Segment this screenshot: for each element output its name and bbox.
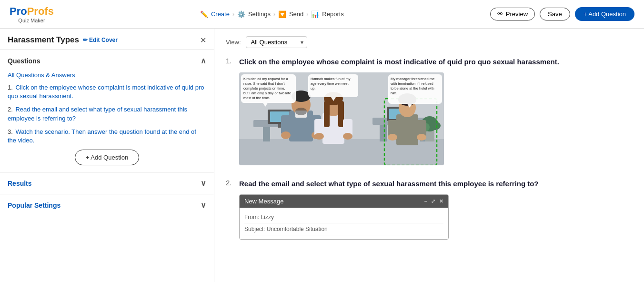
view-select[interactable]: All Questions Questions Only Answers Onl… <box>246 36 307 48</box>
nav-reports[interactable]: Reports <box>322 10 344 18</box>
chevron-up-icon: ∧ <box>201 56 206 65</box>
close-sidebar-button[interactable]: ✕ <box>200 36 206 45</box>
question-1-block: 1. Click on the employee whose complaint… <box>226 57 633 165</box>
popular-settings-accordion-header[interactable]: Popular Settings ∨ <box>0 194 214 216</box>
sidebar: Harassment Types ✏ Edit Cover ✕ Question… <box>0 29 214 282</box>
question-2-text: Read the email and select what type of s… <box>239 179 539 189</box>
email-subject: Subject: Uncomfortable Situation <box>244 223 443 235</box>
nav-create[interactable]: Create <box>211 10 230 18</box>
chevron-down-icon: ∨ <box>201 179 206 188</box>
question-list: 1. Click on the employee whose complaint… <box>8 83 206 145</box>
email-header: New Message − ⤢ ✕ <box>240 195 448 208</box>
view-label: View: <box>226 39 241 46</box>
eye-icon: 👁 <box>497 10 503 18</box>
svg-text:to be alone at the hotel with: to be alone at the hotel with <box>391 86 434 91</box>
svg-rect-37 <box>324 101 330 127</box>
list-item[interactable]: 2. Read the email and select what type o… <box>8 105 206 122</box>
svg-text:complete projects on time,: complete projects on time, <box>243 86 285 91</box>
svg-text:most of the time.: most of the time. <box>243 96 270 100</box>
svg-text:My manager threatened me: My manager threatened me <box>391 77 434 81</box>
svg-point-26 <box>295 108 307 115</box>
svg-rect-3 <box>263 127 270 141</box>
svg-point-24 <box>281 131 291 139</box>
svg-text:him.: him. <box>391 91 397 95</box>
svg-rect-9 <box>380 125 387 141</box>
scene-svg: Kim denied my request for a raise. She s… <box>239 72 444 165</box>
nav-icon-settings: ⚙️ <box>237 10 245 18</box>
svg-rect-7 <box>278 124 281 128</box>
edit-cover-button[interactable]: ✏ Edit Cover <box>83 37 118 43</box>
view-bar: View: All Questions Questions Only Answe… <box>226 36 633 48</box>
nav-settings[interactable]: Settings <box>248 10 271 18</box>
maximize-icon[interactable]: ⤢ <box>431 198 435 204</box>
logo-profs: Profs <box>27 5 54 17</box>
svg-rect-49 <box>396 114 418 145</box>
pencil-icon: ✏ <box>83 37 88 43</box>
svg-point-41 <box>314 133 324 140</box>
chevron-down-icon-2: ∨ <box>201 201 206 210</box>
preview-button[interactable]: 👁 Preview <box>490 8 535 20</box>
question-1-text: Click on the employee whose complaint is… <box>239 57 559 67</box>
question-2-header: 2. Read the email and select what type o… <box>226 179 633 189</box>
close-email-icon[interactable]: ✕ <box>439 198 443 204</box>
sidebar-title: Harassment Types ✏ Edit Cover <box>8 35 118 45</box>
svg-text:with termination if I refused: with termination if I refused <box>390 81 433 86</box>
svg-text:Kim denied my request for a: Kim denied my request for a <box>243 77 289 81</box>
all-questions-answers-link[interactable]: All Questions & Answers <box>8 71 206 79</box>
question-1-image-area: Kim denied my request for a raise. She s… <box>239 72 633 165</box>
sidebar-title-bar: Harassment Types ✏ Edit Cover ✕ <box>0 29 214 50</box>
svg-point-55 <box>417 134 426 141</box>
email-mock: New Message − ⤢ ✕ From: Lizzy Subject: U… <box>239 194 449 240</box>
question-2-block: 2. Read the email and select what type o… <box>226 179 633 240</box>
svg-text:Hannah makes fun of my: Hannah makes fun of my <box>311 77 351 81</box>
questions-section: Questions ∧ All Questions & Answers 1. C… <box>0 50 214 172</box>
nav-icon-send: 🔽 <box>278 10 286 18</box>
add-question-header-button[interactable]: + Add Question <box>575 7 634 21</box>
main-layout: Harassment Types ✏ Edit Cover ✕ Question… <box>0 29 644 282</box>
nav-send[interactable]: Send <box>289 10 303 18</box>
nav-icon-create: ✏️ <box>200 10 208 18</box>
add-question-sidebar-button[interactable]: + Add Question <box>75 150 139 165</box>
view-select-wrap: All Questions Questions Only Answers Onl… <box>246 36 307 48</box>
scene-container: Kim denied my request for a raise. She s… <box>239 72 444 165</box>
email-header-actions: − ⤢ ✕ <box>424 198 443 204</box>
app-logo: ProProfs Quiz Maker <box>10 5 54 23</box>
svg-text:up.: up. <box>311 86 315 91</box>
svg-text:age every time we meet: age every time we meet <box>311 81 349 86</box>
results-accordion-header[interactable]: Results ∨ <box>0 172 214 194</box>
email-from: From: Lizzy <box>244 212 443 223</box>
questions-accordion-header[interactable]: Questions ∧ <box>0 50 214 71</box>
svg-text:raise. She said that I don't: raise. She said that I don't <box>243 81 285 86</box>
logo-pro: Pro <box>10 5 27 17</box>
results-section: Results ∨ <box>0 172 214 194</box>
svg-text:but I am only a day or two lat: but I am only a day or two late <box>243 91 291 95</box>
svg-point-54 <box>388 134 397 141</box>
svg-point-17 <box>430 121 441 130</box>
logo-subtitle: Quiz Maker <box>10 18 54 23</box>
main-content: View: All Questions Questions Only Answe… <box>214 29 644 282</box>
email-body: From: Lizzy Subject: Uncomfortable Situa… <box>240 208 448 239</box>
list-item[interactable]: 3. Watch the scenario. Then answer the q… <box>8 128 206 145</box>
question-1-header: 1. Click on the employee whose complaint… <box>226 57 633 67</box>
app-header: ProProfs Quiz Maker ✏️ Create › ⚙️ Setti… <box>0 0 644 29</box>
minimize-icon[interactable]: − <box>424 198 427 204</box>
nav-icon-reports: 📊 <box>311 10 319 18</box>
header-actions: 👁 Preview Save + Add Question <box>490 7 634 21</box>
header-nav: ✏️ Create › ⚙️ Settings › 🔽 Send › 📊 Rep… <box>200 10 344 18</box>
logo-text: ProProfs <box>10 5 54 18</box>
list-item[interactable]: 1. Click on the employee whose complaint… <box>8 83 206 101</box>
questions-accordion-content: All Questions & Answers 1. Click on the … <box>0 71 214 172</box>
popular-settings-section: Popular Settings ∨ <box>0 194 214 216</box>
svg-point-42 <box>343 133 352 140</box>
add-question-area: + Add Question <box>8 150 206 165</box>
save-button[interactable]: Save <box>540 8 570 20</box>
email-title: New Message <box>244 198 283 205</box>
